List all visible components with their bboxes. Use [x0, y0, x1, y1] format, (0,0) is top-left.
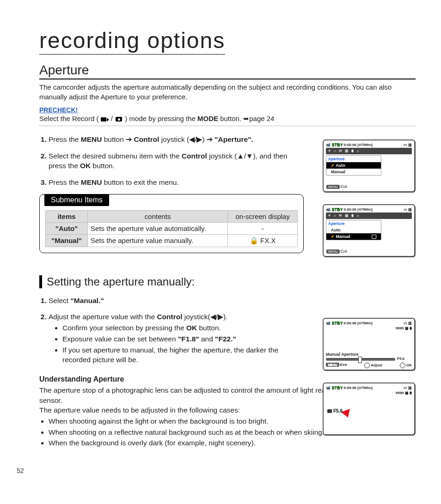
table-row: "Auto" Sets the aperture value automatic… [46, 222, 298, 234]
aperture-icon [327, 409, 332, 413]
cell-display: - [228, 222, 298, 234]
table-row: "Manual" Sets the aperture value manuall… [46, 234, 298, 247]
aperture-slider[interactable] [326, 358, 395, 361]
cell-display: 🔒 FX.X [228, 234, 298, 247]
counter: 9999 [396, 326, 404, 330]
t: Exposure value can be set between [62, 335, 178, 343]
cell-content: Sets the aperture value automatically. [88, 222, 228, 234]
manual-steps: Select "Manual." Adjust the aperture val… [39, 296, 307, 365]
video-mode-icon [101, 117, 109, 122]
t: The aperture value needs to be adjusted … [39, 406, 240, 414]
bullet: Confirm your selection by pressing the O… [62, 323, 307, 333]
precheck-suffix-a: ) mode by pressing the [125, 115, 197, 122]
table-row: items contents on-screen display [46, 210, 298, 222]
timecode: 0:00:00 [343, 386, 356, 390]
submenu-table: items contents on-screen display "Auto" … [45, 210, 298, 247]
lcd-thumbs-top: 📹 STBY 0:00:00 [475Min] ▭ ▥ ☀⌂✉▦⬮☼ Apert… [323, 140, 415, 269]
card-battery-icons: ▭ ▥ [404, 386, 412, 390]
step-2: Select the desired submenu item with the… [49, 151, 303, 171]
t: joystick (◀/▶) ➔ [159, 135, 215, 143]
manual-page: recording options Aperture The camcorder… [0, 0, 441, 504]
menu-item-manual[interactable]: Manual [326, 169, 381, 175]
mstep-1: Select "Manual." [49, 296, 307, 306]
t: Control [182, 152, 207, 160]
lcd-fvalue-display: 📹 STBY 0:00:00 [475Min] ▭ ▥ 9999 ▦ ⬮ F5.… [323, 383, 415, 435]
t: joystick(◀/▶). [182, 313, 227, 321]
remain: [475Min] [357, 207, 372, 212]
lcd-manual-selected: 📹 STBY 0:00:00 [475Min] ▭ ▥ ☀⌂✉▦⬮☼ Apert… [323, 204, 415, 257]
toolbar-icons: ☀⌂✉▦⬮☼ [326, 213, 412, 219]
slider-thumb[interactable] [358, 357, 362, 363]
submenu-box: Submenu Items items contents on-screen d… [39, 194, 304, 253]
manual-aperture-label: Manual Aperture [326, 352, 412, 357]
precheck-prefix: Select the Record ( [39, 115, 101, 122]
submenu-title: Submenu Items [44, 194, 109, 206]
lcd-manual-aperture-slider: 📹 STBY 0:00:00 [475Min] ▭ ▥ 9999 ▦ ⬮ Man… [323, 318, 415, 370]
bullet: Exposure value can be set between "F1.8"… [62, 334, 307, 344]
t: Adjust the aperture value with the [49, 313, 157, 321]
t: Confirm your selection by pressing the [62, 324, 186, 332]
t: button to exit the menu. [102, 178, 178, 186]
menu-button[interactable]: MENU [326, 249, 340, 254]
exit-label: Exit [341, 184, 347, 189]
menu-item-auto[interactable]: Auto [326, 227, 381, 233]
mstep-2: Adjust the aperture value with the Contr… [49, 312, 307, 364]
t: Select [49, 297, 70, 304]
menu-button[interactable]: MENU [326, 363, 339, 367]
t: Select the desired submenu item with the [49, 152, 182, 160]
precheck-text: Select the Record ( / ) mode by pressing… [39, 115, 416, 126]
remain: [475Min] [357, 386, 372, 390]
menu-head: Aperture [326, 220, 381, 227]
t: button. [197, 324, 221, 332]
exit-label: Exit [341, 249, 347, 254]
main-steps: Press the MENU button ➔ Control joystick… [39, 134, 303, 253]
step-1: Press the MENU button ➔ Control joystick… [49, 134, 303, 145]
chapter-title: recording options [39, 28, 225, 55]
t: and [199, 335, 215, 343]
menu-item-manual[interactable]: Manual [326, 233, 381, 240]
menu-item-auto[interactable]: Auto [326, 162, 381, 169]
lcd-auto-selected: 📹 STBY 0:00:00 [475Min] ▭ ▥ ☀⌂✉▦⬮☼ Apert… [323, 140, 415, 192]
aperture-menu: Aperture Auto Manual [326, 155, 381, 176]
toolbar-icons: ☀⌂✉▦⬮☼ [326, 148, 412, 154]
exit-label: Exit [340, 363, 347, 367]
t: button. [91, 162, 115, 170]
subsection-title: Setting the aperture manually: [39, 275, 416, 288]
card-battery-icons: ▭ ▥ [404, 143, 412, 147]
lock-icon [372, 170, 376, 174]
stby-label: STBY [331, 385, 343, 390]
timecode: 0:00:00 [343, 143, 356, 147]
timecode: 0:00:00 [343, 207, 356, 212]
menu-button[interactable]: MENU [326, 185, 340, 189]
t: OK [186, 324, 197, 332]
mode-word: MODE [197, 115, 218, 122]
cell-content: Sets the aperture value manually. [88, 234, 228, 247]
adjust-label: Adjust [371, 363, 382, 367]
fvalue-readout: F5.6 [397, 357, 404, 361]
stby-label: STBY [331, 207, 343, 212]
t: Press the [49, 178, 81, 186]
t: button ➔ [102, 135, 134, 143]
lock-icon [372, 235, 376, 239]
aperture-menu: Aperture Auto Manual [326, 220, 381, 240]
counter: 9999 [396, 391, 404, 395]
t: "F22." [215, 335, 236, 343]
stby-label: STBY [331, 142, 343, 147]
section-intro: The camcorder adjusts the aperture autom… [39, 82, 416, 102]
t: MENU [81, 178, 102, 186]
precheck-label: PRECHECK! [39, 106, 416, 114]
section-title: Aperture [39, 63, 416, 79]
th-contents: contents [88, 210, 228, 222]
th-display: on-screen display [228, 210, 298, 222]
t: "Aperture". [214, 135, 253, 143]
bullet: If you set aperture to manual, the highe… [62, 345, 307, 365]
t: "Manual." [70, 297, 104, 304]
t: Control [134, 135, 159, 143]
ok-label: OK [406, 363, 412, 367]
precheck-suffix-b: button. ➥page 24 [220, 115, 274, 122]
remain: [475Min] [357, 143, 372, 147]
t: Press the [49, 135, 81, 143]
step-3: Press the MENU button to exit the menu. [49, 177, 303, 188]
photo-mode-icon [115, 116, 123, 122]
joystick-icon [364, 363, 370, 368]
